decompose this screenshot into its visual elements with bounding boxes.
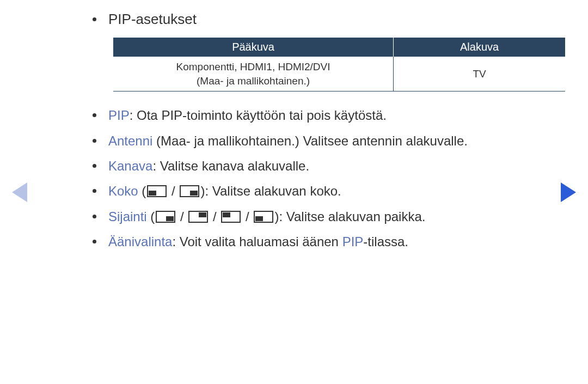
item-text: : Voit valita haluamasi äänen bbox=[172, 234, 342, 249]
list-item: PIP: Ota PIP-toiminto käyttöön tai pois … bbox=[93, 107, 495, 124]
item-text: : Valitse kanava alakuvalle. bbox=[152, 159, 309, 173]
keyword: Sijainti bbox=[108, 209, 147, 224]
table-cell-main: Komponentti, HDMI1, HDMI2/DVI (Maa- ja m… bbox=[113, 57, 394, 92]
sep: / bbox=[176, 209, 187, 224]
keyword: Koko bbox=[108, 184, 138, 198]
size-icon bbox=[180, 185, 199, 197]
page-content: PIP-asetukset Pääkuva Alakuva Komponentt… bbox=[0, 0, 588, 270]
list-item: Äänivalinta: Voit valita haluamasi äänen… bbox=[93, 233, 495, 251]
bullet-icon bbox=[93, 139, 96, 143]
bullet-icon bbox=[93, 189, 96, 193]
table-cell-line: Komponentti, HDMI1, HDMI2/DVI bbox=[118, 60, 389, 74]
item-text: ): Valitse alakuvan paikka. bbox=[274, 209, 425, 224]
table-cell-sub: TV bbox=[394, 57, 565, 92]
position-icon bbox=[254, 211, 273, 223]
pip-table: Pääkuva Alakuva Komponentti, HDMI1, HDMI… bbox=[113, 38, 565, 92]
list-item: Kanava: Valitse kanava alakuvalle. bbox=[93, 157, 495, 175]
bullet-icon bbox=[93, 164, 96, 168]
bullet-icon bbox=[93, 215, 96, 218]
keyword: Äänivalinta bbox=[108, 234, 172, 249]
table-cell-line: (Maa- ja mallikohtainen.) bbox=[118, 74, 389, 88]
position-icon bbox=[188, 211, 208, 223]
bullet-icon bbox=[93, 113, 96, 117]
list-item: Koko ( / ): Valitse alakuvan koko. bbox=[93, 182, 495, 200]
keyword: PIP bbox=[108, 108, 130, 123]
position-icon bbox=[156, 211, 175, 223]
keyword: Antenni bbox=[108, 133, 152, 148]
bullet-icon bbox=[93, 240, 96, 243]
page-title: PIP-asetukset bbox=[108, 11, 197, 28]
keyword: PIP bbox=[342, 234, 364, 249]
options-list: PIP: Ota PIP-toiminto käyttöön tai pois … bbox=[93, 107, 495, 251]
item-text: (Maa- ja mallikohtainen.) Valitsee anten… bbox=[152, 133, 468, 148]
item-text: -tilassa. bbox=[363, 234, 408, 249]
nav-prev-icon[interactable] bbox=[12, 182, 27, 202]
table-header: Alakuva bbox=[394, 38, 565, 57]
sep: / bbox=[168, 184, 179, 198]
size-icon bbox=[147, 185, 167, 197]
sep: / bbox=[242, 209, 253, 224]
keyword: Kanava bbox=[108, 159, 152, 173]
nav-next-icon[interactable] bbox=[561, 182, 576, 202]
item-text: : Ota PIP-toiminto käyttöön tai pois käy… bbox=[130, 108, 387, 123]
list-item: Sijainti ( / / / ): Valitse alakuvan pai… bbox=[93, 208, 495, 225]
item-text: ): Valitse alakuvan koko. bbox=[200, 184, 341, 198]
bullet-icon bbox=[93, 17, 96, 21]
item-text: ( bbox=[138, 184, 146, 198]
list-item: Antenni (Maa- ja mallikohtainen.) Valits… bbox=[93, 132, 495, 150]
position-icon bbox=[221, 211, 241, 223]
sep: / bbox=[209, 209, 220, 224]
page-title-row: PIP-asetukset bbox=[93, 11, 495, 28]
table-header: Pääkuva bbox=[113, 38, 394, 57]
item-text: ( bbox=[147, 209, 155, 224]
